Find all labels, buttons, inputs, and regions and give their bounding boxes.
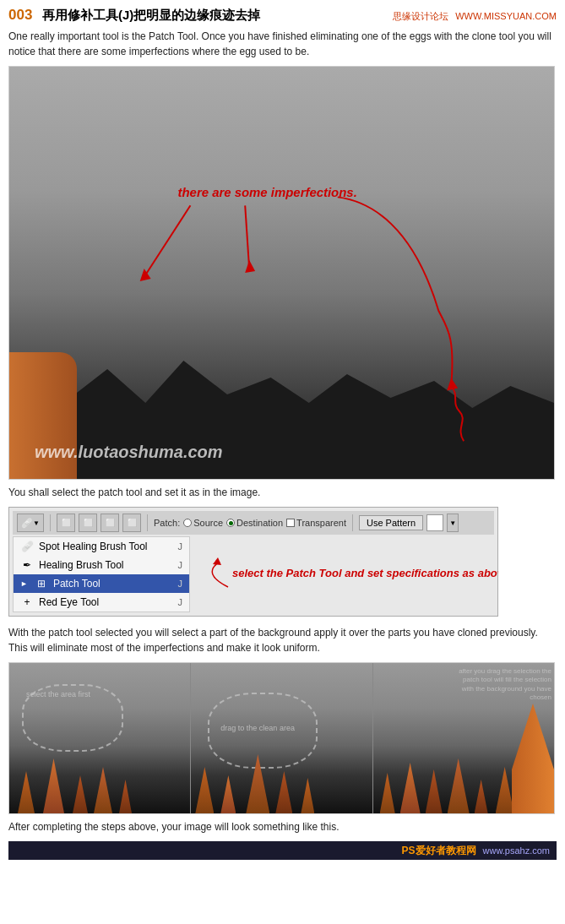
use-pattern-button[interactable]: Use Pattern (359, 515, 423, 530)
page-container: 003 再用修补工具(J)把明显的边缘痕迹去掉 思缘设计论坛 WWW.MISSY… (0, 0, 565, 867)
destination-radio-btn[interactable] (226, 519, 235, 527)
bottom-panel-1: select the area first (9, 663, 191, 813)
separator-3 (352, 514, 353, 531)
red-eye-icon: + (20, 595, 34, 609)
svg-text:there are some imperfections.: there are some imperfections. (178, 185, 357, 199)
footer-bar: PS爱好者教程网 www.psahz.com (8, 841, 557, 860)
caption-2: With the patch tool selected you will se… (8, 625, 557, 655)
panel3-note: after you drag the selection the patch t… (459, 667, 551, 703)
svg-text:select the Patch Tool and set : select the Patch Tool and set specificat… (232, 567, 498, 579)
tool-list: 🩹 Spot Healing Brush Tool J ✒ Healing Br… (13, 536, 190, 612)
caption-3: After completing the steps above, your i… (8, 821, 557, 833)
selected-marker-icon: ► (20, 579, 28, 588)
patch-tool-key: J (178, 579, 183, 589)
heal-icon: 🩹 (21, 518, 33, 529)
patch-tool-item[interactable]: ► ⊞ Patch Tool J (14, 574, 189, 593)
site-url: WWW.MISSYUAN.COM (455, 11, 557, 21)
intro-text: One really important tool is the Patch T… (8, 29, 557, 59)
healing-brush-label: Healing Brush Tool (39, 559, 124, 571)
pattern-preview (426, 514, 443, 531)
destination-label: Destination (236, 518, 283, 528)
patch-tool-label: Patch Tool (53, 578, 101, 590)
site-name: 思缘设计论坛 (393, 11, 448, 21)
red-eye-key: J (178, 597, 183, 607)
source-radio[interactable]: Source (183, 518, 223, 528)
header-row: 003 再用修补工具(J)把明显的边缘痕迹去掉 思缘设计论坛 WWW.MISSY… (8, 7, 557, 24)
healing-brush-icon: ✒ (20, 558, 34, 572)
transparent-checkbox-btn[interactable] (286, 519, 295, 527)
btn-3[interactable]: ⬜ (101, 514, 119, 532)
spot-healing-label: Spot Healing Brush Tool (39, 541, 148, 552)
toolbar-top-row: 🩹 ▼ ⬜ ⬜ ⬜ ⬜ Patch: Source (13, 511, 494, 535)
heal-tool-button[interactable]: 🩹 ▼ (17, 514, 44, 532)
svg-line-1 (144, 205, 191, 277)
step-number: 003 (8, 7, 32, 23)
spot-healing-icon: 🩹 (20, 540, 34, 553)
main-image: there are some imperfections. www.luotao… (8, 66, 555, 480)
btn-1[interactable]: ⬜ (57, 514, 75, 532)
healing-brush-key: J (178, 560, 183, 570)
healing-brush-tool-item[interactable]: ✒ Healing Brush Tool J (14, 556, 189, 574)
footer-url: www.psahz.com (483, 845, 550, 856)
spot-healing-brush-tool-item[interactable]: 🩹 Spot Healing Brush Tool J (14, 537, 189, 556)
toolbar-wrapper: 🩹 ▼ ⬜ ⬜ ⬜ ⬜ Patch: Source (8, 507, 557, 617)
caption-1: You shall select the patch tool and set … (8, 486, 557, 498)
bottom-panel-3: after you drag the selection the patch t… (373, 663, 554, 813)
btn-2[interactable]: ⬜ (79, 514, 97, 532)
toolbar-annotation: select the Patch Tool and set specificat… (203, 553, 498, 623)
separator-2 (147, 514, 148, 531)
destination-radio[interactable]: Destination (226, 518, 283, 528)
source-label: Source (193, 518, 223, 528)
svg-marker-6 (213, 557, 221, 565)
red-eye-label: Red Eye Tool (39, 596, 99, 608)
bottom-panel-2: drag to the clean area (191, 663, 372, 813)
transparent-label: Transparent (296, 518, 346, 528)
bottom-image-row: select the area first drag to the clean … (8, 662, 555, 814)
separator-1 (50, 514, 51, 531)
callout-svg: select the Patch Tool and set specificat… (203, 553, 498, 621)
red-eye-tool-item[interactable]: + Red Eye Tool J (14, 593, 189, 611)
annotation-overlay: there are some imperfections. (9, 67, 554, 479)
panel1-dashed-text: select the area first (26, 690, 90, 698)
image-watermark: www.luotaoshuma.com (35, 443, 223, 462)
panel2-dashed-text: drag to the clean area (220, 724, 295, 732)
svg-line-3 (245, 205, 249, 269)
pattern-dropdown[interactable]: ▼ (447, 514, 459, 532)
step-title: 003 再用修补工具(J)把明显的边缘痕迹去掉 (8, 7, 260, 24)
site-info: 思缘设计论坛 WWW.MISSYUAN.COM (393, 9, 557, 23)
page-title: 再用修补工具(J)把明显的边缘痕迹去掉 (42, 8, 260, 22)
svg-marker-4 (245, 260, 255, 273)
footer-brand: PS爱好者教程网 (402, 844, 476, 858)
source-radio-btn[interactable] (183, 519, 192, 527)
spot-healing-key: J (178, 541, 183, 552)
btn-4[interactable]: ⬜ (122, 514, 141, 532)
dropdown-arrow-icon: ▼ (33, 519, 40, 527)
transparent-checkbox[interactable]: Transparent (286, 518, 346, 528)
patch-tool-icon: ⊞ (35, 577, 48, 590)
patch-label: Patch: (154, 518, 180, 528)
